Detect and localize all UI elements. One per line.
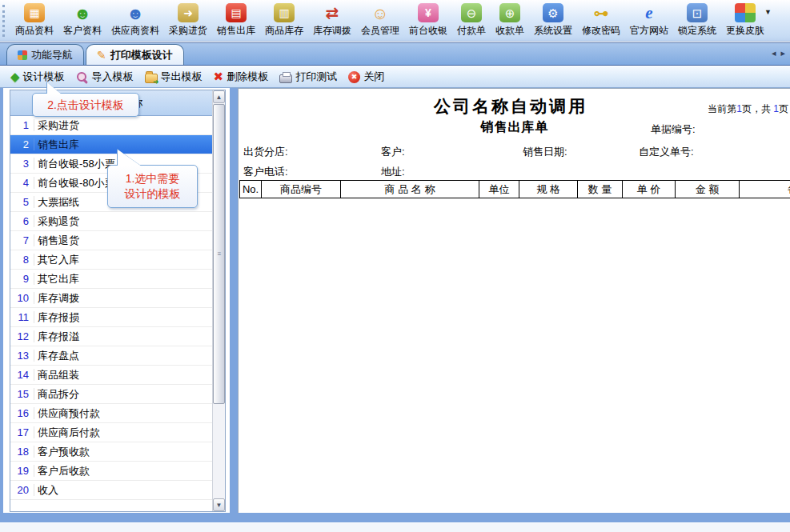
toolbar-item-payment-bill[interactable]: ⊖付款单 xyxy=(452,2,491,39)
list-item-template[interactable]: 7销售退货 xyxy=(10,231,212,250)
template-name: 前台收银-58小票 xyxy=(34,157,115,171)
table-header-cell: 单 价 xyxy=(623,181,676,198)
preview-field-address: 地址: xyxy=(381,165,405,179)
tab-label: 功能导航 xyxy=(31,48,73,62)
import-template-button[interactable]: 导入模板 xyxy=(70,68,139,86)
toolbar-item-label: 采购进货 xyxy=(169,24,207,38)
action-button-label: 删除模板 xyxy=(227,70,268,84)
print-test-icon xyxy=(279,74,292,83)
toolbar-item-label: 付款单 xyxy=(457,24,486,38)
list-item-template[interactable]: 18客户预收款 xyxy=(10,442,212,462)
list-scrollbar[interactable]: ▲ ≡ ▼ xyxy=(212,90,225,511)
list-item-template[interactable]: 11库存报损 xyxy=(10,308,212,327)
close-button[interactable]: ✖关闭 xyxy=(343,68,390,86)
sales-basket-icon: ▤ xyxy=(226,3,247,22)
toolbar-item-member-mgmt[interactable]: ☺会员管理 xyxy=(356,2,404,39)
row-number: 14 xyxy=(10,369,34,381)
toolbar-grip[interactable] xyxy=(2,5,7,37)
toolbar-item-sales-out[interactable]: ▤销售出库 xyxy=(212,2,260,39)
list-item-template[interactable]: 12库存报溢 xyxy=(10,327,212,346)
list-item-template[interactable]: 14商品组装 xyxy=(10,366,212,385)
delete-x-icon: ✖ xyxy=(214,70,224,84)
action-button-label: 打印测试 xyxy=(295,70,337,84)
preview-doc-title: 销售出库单 xyxy=(435,119,595,136)
scroll-down-icon[interactable]: ▼ xyxy=(213,498,225,511)
stock-box-icon: ▥ xyxy=(274,3,295,22)
list-item-template[interactable]: 1采购进货 xyxy=(10,116,212,135)
toolbar-item-customer-info[interactable]: ☻客户资料 xyxy=(58,2,106,39)
row-number: 6 xyxy=(10,215,34,227)
callout-step1-line2: 设计的模板 xyxy=(125,186,181,202)
preview-page-indicator: 当前第1页，共 1页 xyxy=(708,102,788,116)
import-search-icon xyxy=(76,70,89,83)
row-number: 9 xyxy=(10,273,34,285)
preview-field-branch: 出货分店: xyxy=(243,145,288,159)
scroll-up-icon[interactable]: ▲ xyxy=(213,90,225,103)
tab-scroll-right-icon[interactable]: ▸ xyxy=(780,48,785,58)
template-name: 收入 xyxy=(34,483,58,498)
list-item-template[interactable]: 2销售出库 xyxy=(10,135,212,154)
tab-function-nav[interactable]: 功能导航 xyxy=(6,44,84,65)
list-item-template[interactable]: 17供应商后付款 xyxy=(10,423,212,442)
scrollbar-thumb[interactable]: ≡ xyxy=(213,104,225,404)
toolbar-item-change-password[interactable]: ⊶修改密码 xyxy=(577,2,625,39)
toolbar-item-official-site[interactable]: e官方网站 xyxy=(625,2,673,39)
toolbar-item-lock-system[interactable]: ⊡锁定系统 xyxy=(673,2,721,39)
app-window: ▦商品资料☻客户资料☻供应商资料➜采购进货▤销售出库▥商品库存⇄库存调拨☺会员管… xyxy=(0,0,790,532)
list-item-template[interactable]: 6采购退货 xyxy=(10,212,212,231)
thumb-grip-icon: ≡ xyxy=(216,251,223,258)
template-name: 库存调拨 xyxy=(34,291,79,306)
toolbar-item-label: 官方网站 xyxy=(630,24,668,38)
delete-template-button[interactable]: ✖删除模板 xyxy=(208,68,275,86)
panel-splitter[interactable] xyxy=(230,88,238,513)
toolbar-item-label: 更换皮肤 xyxy=(726,24,764,38)
tab-print-template-design[interactable]: ✎ 打印模板设计 xyxy=(86,44,184,65)
list-item-template[interactable]: 20收入 xyxy=(10,481,212,500)
list-item-template[interactable]: 10库存调拨 xyxy=(10,289,212,308)
product-box-icon: ▦ xyxy=(24,3,45,22)
export-template-button[interactable]: 导出模板 xyxy=(139,68,208,86)
action-button-label: 关闭 xyxy=(363,70,384,84)
list-item-template[interactable]: 19客户后收款 xyxy=(10,462,212,481)
toolbar-item-product-info[interactable]: ▦商品资料 xyxy=(10,2,58,39)
callout-step1: 1.选中需要 设计的模板 xyxy=(107,165,198,208)
row-number: 18 xyxy=(10,446,34,458)
list-item-template[interactable]: 15商品拆分 xyxy=(10,385,212,404)
list-item-template[interactable]: 13库存盘点 xyxy=(10,346,212,366)
list-item-template[interactable]: 16供应商预付款 xyxy=(10,404,212,423)
cashier-icon: ¥ xyxy=(418,3,439,22)
dropdown-caret-icon[interactable]: ▼ xyxy=(764,8,772,16)
toolbar-item-change-skin[interactable]: 更换皮肤▼ xyxy=(721,2,769,39)
supplier-icon: ☻ xyxy=(125,3,146,22)
list-item-template[interactable]: 9其它出库 xyxy=(10,270,212,289)
template-name: 其它出库 xyxy=(34,272,79,286)
bottom-frame xyxy=(0,513,790,522)
tab-scroll-left-icon[interactable]: ◂ xyxy=(772,48,776,58)
template-name: 销售出库 xyxy=(34,138,79,152)
toolbar-item-system-settings[interactable]: ⚙系统设置 xyxy=(529,2,577,39)
preview-field-sale-date: 销售日期: xyxy=(523,145,567,159)
toolbar-item-label: 库存调拨 xyxy=(313,24,351,38)
toolbar-item-receipt-bill[interactable]: ⊕收款单 xyxy=(491,2,529,39)
preview-company-title: 公司名称自动调用 xyxy=(335,95,687,118)
row-number: 2 xyxy=(10,138,34,150)
toolbar-item-supplier-info[interactable]: ☻供应商资料 xyxy=(106,2,164,39)
template-list-panel: 打印模板名称 1采购进货2销售出库3前台收银-58小票4前台收银-80小票5大票… xyxy=(3,88,230,513)
tab-scroll-arrows: ◂ ▸ xyxy=(772,48,785,58)
tab-label: 打印模板设计 xyxy=(110,48,173,62)
print-test-button[interactable]: 打印测试 xyxy=(274,68,343,86)
toolbar-item-stock-transfer[interactable]: ⇄库存调拨 xyxy=(308,2,356,39)
row-number: 5 xyxy=(10,196,34,208)
toolbar-item-front-cashier[interactable]: ¥前台收银 xyxy=(404,2,452,39)
list-item-template[interactable]: 8其它入库 xyxy=(10,250,212,270)
toolbar-item-purchase-in[interactable]: ➜采购进货 xyxy=(164,2,212,39)
row-number: 20 xyxy=(10,484,34,496)
template-name: 库存报溢 xyxy=(34,330,79,344)
template-name: 销售退货 xyxy=(34,234,79,248)
table-header-cell: 备 注 xyxy=(740,181,790,198)
row-number: 13 xyxy=(10,350,34,362)
toolbar-item-product-stock[interactable]: ▥商品库存 xyxy=(260,2,308,39)
table-header-cell: 商品编号 xyxy=(262,181,341,198)
row-number: 15 xyxy=(10,388,34,400)
main-toolbar: ▦商品资料☻客户资料☻供应商资料➜采购进货▤销售出库▥商品库存⇄库存调拨☺会员管… xyxy=(0,0,790,42)
